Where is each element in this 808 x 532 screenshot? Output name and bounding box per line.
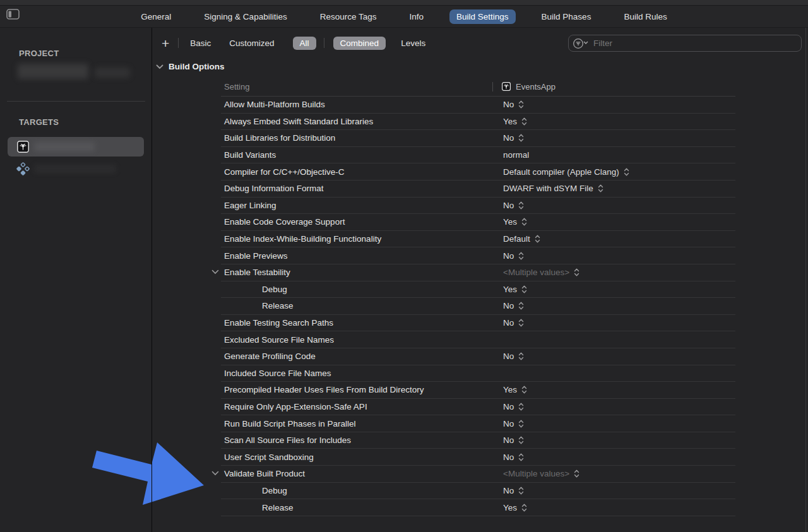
setting-row[interactable]: DebugYes [221, 281, 735, 299]
sidebar-toggle-icon[interactable] [6, 9, 20, 20]
setting-row[interactable]: User Script SandboxingNo [221, 449, 735, 466]
setting-row[interactable]: Debug Information FormatDWARF with dSYM … [221, 180, 735, 198]
setting-row[interactable]: Build Variantsnormal [221, 147, 735, 164]
tab-build-settings[interactable]: Build Settings [449, 9, 516, 24]
value-stepper-icon[interactable] [518, 134, 524, 142]
value-stepper-icon[interactable] [598, 184, 603, 192]
view-combined-button[interactable]: Combined [333, 37, 386, 50]
add-build-setting-button[interactable]: + [162, 37, 169, 50]
second-target-icon[interactable] [16, 162, 30, 175]
setting-row[interactable]: Allow Multi-Platform BuildsNo [221, 97, 735, 114]
tab-general[interactable]: General [134, 9, 178, 24]
column-header-setting[interactable]: Setting [221, 82, 249, 92]
setting-row[interactable]: Included Source File Names [221, 365, 735, 382]
value-stepper-icon[interactable] [521, 504, 527, 512]
setting-row[interactable]: Compiler for C/C++/Objective-CDefault co… [221, 163, 735, 180]
setting-value-cell[interactable]: No [503, 251, 524, 261]
setting-value-cell[interactable]: Yes [503, 503, 527, 512]
value-stepper-icon[interactable] [518, 420, 524, 428]
value-stepper-icon[interactable] [518, 487, 524, 495]
setting-value-cell[interactable]: No [503, 318, 524, 328]
setting-value-cell[interactable]: No [503, 402, 524, 411]
value-stepper-icon[interactable] [521, 117, 527, 126]
setting-row[interactable]: ReleaseYes [221, 499, 735, 516]
filter-input[interactable]: Filter [568, 35, 802, 52]
build-options-section-header[interactable]: Build Options [156, 62, 225, 71]
setting-value: Yes [503, 285, 517, 294]
setting-row[interactable]: Enable Testability<Multiple values> [221, 264, 735, 281]
setting-value-cell[interactable]: No [503, 201, 524, 210]
value-stepper-icon[interactable] [518, 453, 524, 461]
value-stepper-icon[interactable] [521, 285, 527, 293]
setting-label: Enable Testability [221, 268, 290, 277]
setting-row[interactable]: Always Embed Swift Standard LibrariesYes [221, 114, 735, 131]
setting-value-cell[interactable]: Yes [503, 117, 527, 126]
setting-label: Excluded Source File Names [221, 335, 334, 345]
setting-value-cell[interactable]: No [503, 452, 524, 462]
setting-label: Generate Profiling Code [221, 352, 316, 361]
setting-value-cell[interactable]: No [503, 486, 524, 495]
setting-value-cell[interactable]: Default [503, 234, 540, 244]
value-stepper-icon[interactable] [518, 100, 524, 109]
value-stepper-icon[interactable] [574, 470, 579, 478]
setting-value-cell[interactable]: Yes [503, 385, 527, 394]
setting-value-cell[interactable]: <Multiple values> [503, 268, 579, 277]
setting-row[interactable]: Enable Testing Search PathsNo [221, 315, 735, 332]
setting-row[interactable]: DebugNo [221, 483, 735, 500]
setting-value-cell[interactable]: No [503, 301, 524, 310]
setting-row[interactable]: Enable PreviewsNo [221, 247, 735, 264]
disclosure-chevron-icon[interactable] [211, 269, 219, 275]
tab-info[interactable]: Info [402, 9, 431, 24]
setting-row[interactable]: Run Build Script Phases in ParallelNo [221, 415, 735, 432]
setting-value-cell[interactable]: No [503, 100, 524, 109]
setting-row[interactable]: Scan All Source Files for IncludesNo [221, 432, 735, 449]
setting-row[interactable]: Validate Built Product<Multiple values> [221, 466, 735, 483]
setting-row[interactable]: Eager LinkingNo [221, 198, 735, 215]
value-stepper-icon[interactable] [518, 436, 524, 444]
value-stepper-icon[interactable] [518, 252, 524, 260]
setting-value-cell[interactable]: Default compiler (Apple Clang) [503, 167, 629, 177]
setting-row[interactable]: Precompiled Header Uses Files From Build… [221, 382, 735, 399]
filter-icon[interactable] [573, 38, 590, 49]
setting-value: No [503, 452, 514, 462]
setting-row[interactable]: Generate Profiling CodeNo [221, 348, 735, 365]
setting-value-cell[interactable]: Yes [503, 217, 527, 227]
value-stepper-icon[interactable] [521, 386, 527, 394]
disclosure-chevron-icon[interactable] [211, 471, 219, 476]
setting-value-cell[interactable]: No [503, 419, 524, 429]
section-disclosure-chevron-icon[interactable] [156, 64, 163, 69]
value-stepper-icon[interactable] [518, 319, 524, 327]
value-stepper-icon[interactable] [518, 201, 524, 210]
value-stepper-icon[interactable] [574, 268, 579, 276]
setting-row[interactable]: Enable Code Coverage SupportYes [221, 214, 735, 231]
setting-value-cell[interactable]: No [503, 352, 524, 361]
value-stepper-icon[interactable] [518, 302, 524, 310]
setting-value-cell[interactable]: <Multiple values> [503, 469, 579, 478]
value-stepper-icon[interactable] [518, 403, 524, 411]
column-header-target[interactable]: EventsApp [516, 82, 556, 92]
value-stepper-icon[interactable] [624, 168, 629, 176]
setting-value-cell[interactable]: No [503, 435, 524, 445]
tab-resource-tags[interactable]: Resource Tags [313, 9, 384, 24]
value-stepper-icon[interactable] [521, 218, 527, 226]
setting-row[interactable]: ReleaseNo [221, 298, 735, 315]
tab-signing-capabilities[interactable]: Signing & Capabilities [197, 9, 294, 24]
setting-value-cell[interactable]: No [503, 133, 524, 143]
redacted-project-name[interactable] [18, 64, 88, 79]
setting-row[interactable]: Build Libraries for DistributionNo [221, 130, 735, 147]
view-levels-button[interactable]: Levels [401, 38, 425, 48]
setting-value-cell[interactable]: Yes [503, 285, 527, 294]
scrollbar-track[interactable] [805, 28, 806, 532]
value-stepper-icon[interactable] [518, 352, 524, 360]
setting-value-cell[interactable]: DWARF with dSYM File [503, 184, 603, 193]
tab-build-rules[interactable]: Build Rules [617, 9, 674, 24]
tab-build-phases[interactable]: Build Phases [535, 9, 598, 24]
value-stepper-icon[interactable] [535, 235, 540, 243]
scope-all-button[interactable]: All [293, 37, 316, 50]
setting-row[interactable]: Enable Index-While-Building Functionalit… [221, 231, 735, 248]
scope-basic-button[interactable]: Basic [190, 38, 211, 48]
setting-row[interactable]: Excluded Source File Names [221, 331, 735, 348]
scope-customized-button[interactable]: Customized [229, 38, 274, 48]
setting-value-cell[interactable]: normal [503, 150, 529, 160]
setting-row[interactable]: Require Only App-Extension-Safe APINo [221, 399, 735, 416]
